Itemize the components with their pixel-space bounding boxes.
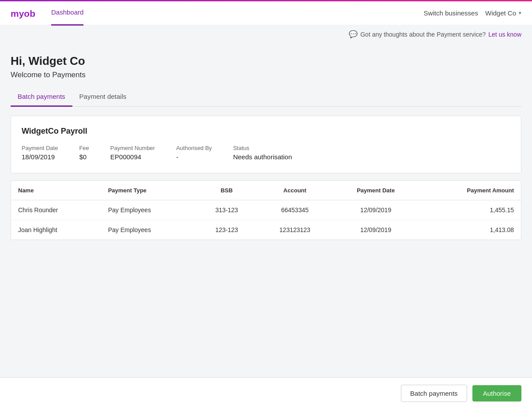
- authorise-button[interactable]: Authorise: [472, 385, 521, 401]
- top-bar-left: myob Dashboard: [11, 7, 83, 19]
- label-payment-number: Payment Number: [110, 145, 155, 151]
- tab-batch-payments[interactable]: Batch payments: [11, 88, 72, 107]
- meta-payment-number: Payment Number EP000094: [110, 145, 155, 161]
- label-fee: Fee: [79, 145, 89, 151]
- cell-date-1: 12/09/2019: [332, 220, 419, 240]
- label-payment-date: Payment Date: [22, 145, 58, 151]
- switch-businesses-link[interactable]: Switch businesses: [424, 9, 478, 17]
- col-payment-type: Payment Type: [101, 181, 196, 200]
- meta-authorised-by: Authorised By -: [176, 145, 212, 161]
- cell-amount-0: 1,455.15: [419, 200, 521, 220]
- feedback-link[interactable]: Let us know: [488, 31, 521, 38]
- chevron-down-icon: ▾: [519, 10, 521, 16]
- speech-bubble-icon: 💬: [349, 30, 358, 38]
- batch-payments-button[interactable]: Batch payments: [401, 385, 467, 402]
- cell-type-0: Pay Employees: [101, 200, 196, 220]
- cell-bsb-1: 123-123: [196, 220, 257, 240]
- cell-type-1: Pay Employees: [101, 220, 196, 240]
- card-title: WidgetCo Payroll: [22, 127, 510, 136]
- cell-date-0: 12/09/2019: [332, 200, 419, 220]
- value-authorised-by: -: [176, 153, 212, 161]
- value-fee: $0: [79, 153, 89, 161]
- myob-logo[interactable]: myob: [11, 7, 37, 19]
- feedback-bar: 💬 Got any thoughts about the Payment ser…: [0, 25, 532, 44]
- cell-name-1: Joan Highlight: [11, 220, 101, 240]
- col-bsb: BSB: [196, 181, 257, 200]
- label-status: Status: [233, 145, 292, 151]
- col-payment-date: Payment Date: [332, 181, 419, 200]
- table-header-row: Name Payment Type BSB Account Payment Da…: [11, 181, 521, 200]
- feedback-text: Got any thoughts about the Payment servi…: [360, 31, 486, 38]
- subtitle-text: Welcome to Payments: [11, 71, 521, 79]
- table-row: Joan Highlight Pay Employees 123-123 123…: [11, 220, 521, 240]
- svg-text:myob: myob: [11, 8, 35, 18]
- top-bar-right: Switch businesses Widget Co ▾: [424, 9, 521, 17]
- cell-account-1: 123123123: [257, 220, 332, 240]
- footer: Batch payments Authorise: [0, 377, 532, 409]
- main-content: Hi, Widget Co Welcome to Payments Batch …: [0, 44, 532, 240]
- cell-amount-1: 1,413.08: [419, 220, 521, 240]
- greeting-heading: Hi, Widget Co: [11, 54, 521, 68]
- cell-bsb-0: 313-123: [196, 200, 257, 220]
- meta-status: Status Needs authorisation: [233, 145, 292, 161]
- batch-payment-card: WidgetCo Payroll Payment Date 18/09/2019…: [11, 116, 521, 173]
- meta-payment-date: Payment Date 18/09/2019: [22, 145, 58, 161]
- tabs-container: Batch payments Payment details: [11, 88, 521, 107]
- cell-account-0: 66453345: [257, 200, 332, 220]
- meta-fee: Fee $0: [79, 145, 89, 161]
- nav-dashboard[interactable]: Dashboard: [51, 8, 83, 18]
- col-payment-amount: Payment Amount: [419, 181, 521, 200]
- company-menu-button[interactable]: Widget Co ▾: [485, 9, 521, 17]
- value-payment-number: EP000094: [110, 153, 155, 161]
- payment-meta: Payment Date 18/09/2019 Fee $0 Payment N…: [22, 145, 510, 161]
- value-payment-date: 18/09/2019: [22, 153, 58, 161]
- value-status: Needs authorisation: [233, 153, 292, 161]
- company-name: Widget Co: [485, 9, 516, 17]
- tab-payment-details[interactable]: Payment details: [72, 88, 134, 107]
- payments-table-card: Name Payment Type BSB Account Payment Da…: [11, 180, 521, 240]
- table-row: Chris Rounder Pay Employees 313-123 6645…: [11, 200, 521, 220]
- col-name: Name: [11, 181, 101, 200]
- top-bar: myob Dashboard Switch businesses Widget …: [0, 0, 532, 25]
- payments-table: Name Payment Type BSB Account Payment Da…: [11, 181, 521, 240]
- cell-name-0: Chris Rounder: [11, 200, 101, 220]
- col-account: Account: [257, 181, 332, 200]
- label-authorised-by: Authorised By: [176, 145, 212, 151]
